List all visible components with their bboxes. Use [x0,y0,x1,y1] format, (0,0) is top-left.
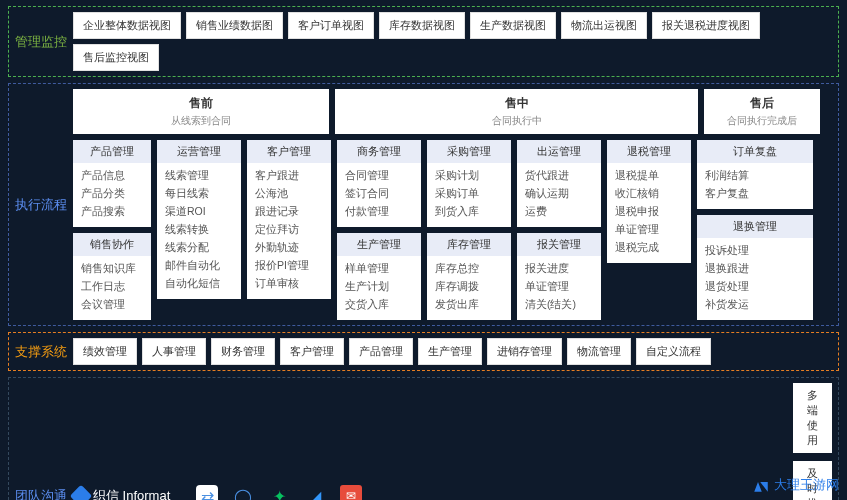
card-item: 运费 [525,203,593,221]
monitor-chip: 生产数据视图 [470,12,556,39]
card-item: 付款管理 [345,203,413,221]
process-column: 出运管理货代跟进确认运期运费报关管理报关进度单证管理清关(结关) [517,140,601,320]
monitor-chips: 企业整体数据视图销售业绩数据图客户订单视图库存数据视图生产数据视图物流出运视图报… [73,12,832,71]
card-item: 库存调拨 [435,278,503,296]
card-header: 生产管理 [337,233,421,256]
card-item: 线索管理 [165,167,233,185]
card-item: 货代跟进 [525,167,593,185]
support-chip: 生产管理 [418,338,482,365]
card-item: 补货发运 [705,296,805,314]
support-chip: 客户管理 [280,338,344,365]
card-header: 客户管理 [247,140,331,163]
card-item: 产品分类 [81,185,143,203]
support-chip: 人事管理 [142,338,206,365]
card-item: 公海池 [255,185,323,203]
process-columns: 产品管理产品信息产品分类产品搜索销售协作销售知识库工作日志会议管理运营管理线索管… [73,140,832,320]
chat-icon: ◯ [232,485,254,500]
card-header: 运营管理 [157,140,241,163]
card-item: 退税提单 [615,167,683,185]
card-item: 单证管理 [615,221,683,239]
support-label: 支撑系统 [15,343,67,361]
monitor-chip: 售后监控视图 [73,44,159,71]
monitor-chip: 客户订单视图 [288,12,374,39]
card-header: 产品管理 [73,140,151,163]
process-column: 商务管理合同管理签订合同付款管理生产管理样单管理生产计划交货入库 [337,140,421,320]
watermark: 大理王游网 [752,476,839,494]
process-body: 售前 从线索到合同 售中 合同执行中 售后 合同执行完成后 产品管理产品信息产品… [73,89,832,320]
comm-label: 团队沟通 [15,487,67,500]
monitor-chip: 库存数据视图 [379,12,465,39]
phase-headers: 售前 从线索到合同 售中 合同执行中 售后 合同执行完成后 [73,89,832,134]
monitor-panel: 管理监控 企业整体数据视图销售业绩数据图客户订单视图库存数据视图生产数据视图物流… [8,6,839,77]
process-card: 产品管理产品信息产品分类产品搜索 [73,140,151,227]
card-item: 定位拜访 [255,221,323,239]
process-card: 库存管理库存总控库存调拨发货出库 [427,233,511,320]
card-header: 退税管理 [607,140,691,163]
card-item: 交货入库 [345,296,413,314]
mail-icon: ✉ [340,485,362,500]
card-item: 签订合同 [345,185,413,203]
process-card: 生产管理样单管理生产计划交货入库 [337,233,421,320]
card-item: 销售知识库 [81,260,143,278]
support-chip: 绩效管理 [73,338,137,365]
card-item: 订单审核 [255,275,323,293]
process-card: 客户管理客户跟进公海池跟进记录定位拜访外勤轨迹报价PI管理订单审核 [247,140,331,299]
card-item: 报价PI管理 [255,257,323,275]
card-header: 库存管理 [427,233,511,256]
card-item: 外勤轨迹 [255,239,323,257]
card-item: 渠道ROI [165,203,233,221]
process-card: 运营管理线索管理每日线索渠道ROI线索转换线索分配邮件自动化自动化短信 [157,140,241,299]
card-item: 收汇核销 [615,185,683,203]
card-item: 自动化短信 [165,275,233,293]
process-column: 订单复盘利润结算客户复盘退换管理投诉处理退换跟进退货处理补货发运 [697,140,813,320]
brand: 织信 Informat [73,487,170,500]
phase-insale: 售中 合同执行中 [335,89,698,134]
card-item: 会议管理 [81,296,143,314]
card-item: 退税完成 [615,239,683,257]
monitor-chip: 销售业绩数据图 [186,12,283,39]
card-item: 退货处理 [705,278,805,296]
card-item: 样单管理 [345,260,413,278]
support-chip: 财务管理 [211,338,275,365]
process-card: 出运管理货代跟进确认运期运费 [517,140,601,227]
process-panel: 执行流程 售前 从线索到合同 售中 合同执行中 售后 合同执行完成后 产品管理产… [8,83,839,326]
process-card: 商务管理合同管理签订合同付款管理 [337,140,421,227]
process-label: 执行流程 [15,196,67,214]
card-item: 线索分配 [165,239,233,257]
support-chip: 进销存管理 [487,338,562,365]
watermark-icon [752,476,770,494]
card-item: 采购订单 [435,185,503,203]
card-header: 出运管理 [517,140,601,163]
process-card: 订单复盘利润结算客户复盘 [697,140,813,209]
comm-pill: 多端使用 [793,383,832,453]
support-panel: 支撑系统 绩效管理人事管理财务管理客户管理产品管理生产管理进销存管理物流管理自定… [8,332,839,371]
card-item: 合同管理 [345,167,413,185]
process-column: 退税管理退税提单收汇核销退税申报单证管理退税完成 [607,140,691,320]
process-column: 产品管理产品信息产品分类产品搜索销售协作销售知识库工作日志会议管理 [73,140,151,320]
card-item: 报关进度 [525,260,593,278]
card-header: 报关管理 [517,233,601,256]
card-item: 投诉处理 [705,242,805,260]
card-item: 邮件自动化 [165,257,233,275]
brand-icon [70,485,93,500]
card-item: 利润结算 [705,167,805,185]
card-item: 客户跟进 [255,167,323,185]
support-chip: 自定义流程 [636,338,711,365]
monitor-label: 管理监控 [15,33,67,51]
process-card: 退换管理投诉处理退换跟进退货处理补货发运 [697,215,813,320]
card-item: 工作日志 [81,278,143,296]
monitor-chip: 企业整体数据视图 [73,12,181,39]
card-item: 产品信息 [81,167,143,185]
support-chip: 产品管理 [349,338,413,365]
card-item: 退税申报 [615,203,683,221]
dingtalk-icon: ◢ [304,485,326,500]
process-column: 客户管理客户跟进公海池跟进记录定位拜访外勤轨迹报价PI管理订单审核 [247,140,331,320]
card-item: 客户复盘 [705,185,805,203]
card-header: 商务管理 [337,140,421,163]
wechat-icon: ✦ [268,485,290,500]
card-item: 发货出库 [435,296,503,314]
comm-icons: ⇄ ◯ ✦ ◢ ✉ [196,485,787,500]
card-item: 确认运期 [525,185,593,203]
card-item: 线索转换 [165,221,233,239]
card-item: 跟进记录 [255,203,323,221]
